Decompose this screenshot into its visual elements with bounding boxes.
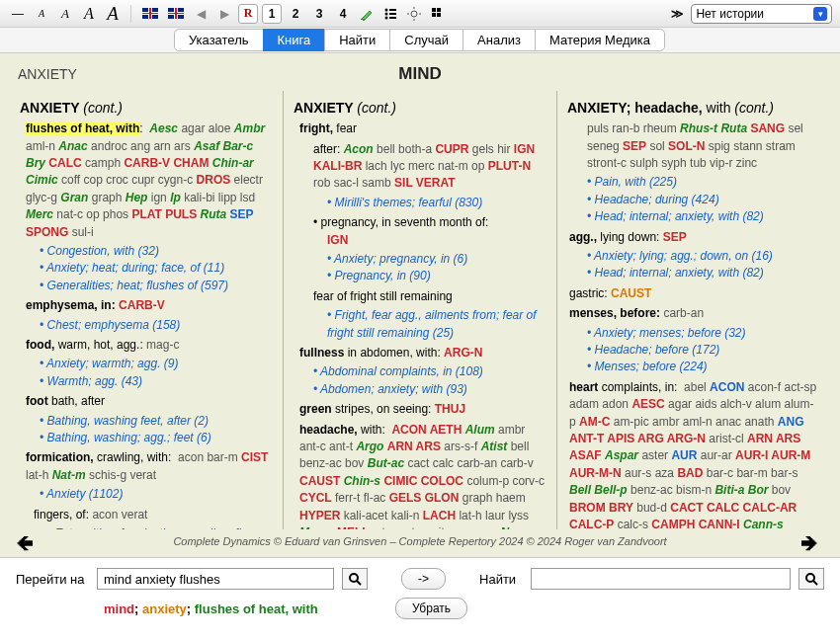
col2-head: ANXIETY (294, 100, 353, 116)
svg-rect-14 (432, 13, 436, 17)
r-button[interactable]: R (238, 4, 258, 24)
rubric-food[interactable]: food, (26, 338, 54, 352)
xref[interactable]: Menses; before (224) (587, 359, 820, 375)
xref[interactable]: Generalities; heat; flushes of (597) (40, 278, 273, 294)
xref[interactable]: Bathing, washing feet, after (2) (40, 413, 273, 430)
history-label: Нет истории (696, 7, 764, 21)
rubric-flushes[interactable]: flushes of heat, with (26, 121, 139, 135)
xref[interactable]: Mirilli's themes; fearful (830) (327, 195, 546, 211)
remedy: mag-c (146, 338, 179, 352)
tab-mm[interactable]: Материя Медика (535, 29, 665, 51)
font-size-lg[interactable]: A (103, 4, 123, 24)
grid-icon[interactable] (428, 4, 448, 24)
xref[interactable]: Headache; during (424) (587, 192, 820, 208)
tab-book[interactable]: Книга (263, 29, 326, 51)
rubric-fear-remaining[interactable]: fear of fright still remaining (313, 289, 453, 303)
flag-uk-1[interactable] (139, 4, 161, 24)
minus-icon[interactable]: — (8, 4, 28, 24)
remedy: CARB-V (119, 298, 165, 312)
level-4[interactable]: 4 (333, 4, 353, 24)
nav-prev-icon[interactable]: ◀ (191, 4, 210, 24)
svg-rect-15 (437, 13, 441, 17)
xref[interactable]: Warmth; agg. (43) (40, 373, 273, 390)
xref[interactable]: Pregnancy, in (90) (327, 268, 546, 284)
rubric-gastric[interactable]: gastric: (569, 286, 608, 300)
svg-point-1 (385, 8, 388, 11)
rubric-fullness[interactable]: fullness (299, 346, 344, 360)
col1-head: ANXIETY (20, 100, 79, 116)
xref[interactable]: Pain, with (225) (587, 174, 820, 191)
xref[interactable]: Anxiety; lying; agg.; down, on (16) (587, 248, 820, 265)
xref[interactable]: Anxiety; warmth; agg. (9) (40, 356, 273, 372)
col3-head: ANXIETY; headache, (567, 100, 703, 116)
xref[interactable]: Headache; before (172) (587, 342, 820, 359)
xref[interactable]: Anxiety; menses; before (32) (587, 325, 820, 342)
rubric-heart[interactable]: heart (569, 380, 598, 394)
rubric-formication[interactable]: formication, (26, 450, 94, 464)
rubric-green[interactable]: green (299, 402, 332, 416)
xref[interactable]: Anxiety; pregnancy, in (6) (327, 251, 546, 268)
rubric-agg-lying[interactable]: agg., (569, 230, 597, 244)
svg-rect-4 (389, 13, 396, 15)
page-next-icon[interactable]: 🡺 (800, 533, 824, 549)
bottom-panel: Перейти на -> Найти mind; anxiety; flush… (0, 557, 840, 641)
goto-search-button[interactable] (342, 568, 368, 590)
svg-point-16 (350, 574, 358, 582)
highlighter-icon[interactable] (357, 4, 377, 24)
bulb-icon[interactable] (404, 4, 424, 24)
rubric-menses[interactable]: menses, before: (569, 306, 660, 320)
rubric-pregnancy7[interactable]: pregnancy, in seventh month of: (321, 215, 489, 229)
list-icon[interactable] (380, 4, 400, 24)
font-size-md[interactable]: A (79, 4, 99, 24)
level-3[interactable]: 3 (309, 4, 329, 24)
arrow-button[interactable]: -> (401, 568, 446, 590)
page-title: MIND (398, 64, 441, 84)
find-search-button[interactable] (798, 568, 824, 590)
page-prev-icon[interactable]: 🡸 (16, 533, 40, 549)
rubric-foot[interactable]: foot (26, 394, 48, 408)
xref[interactable]: Abdominal complaints, in (108) (313, 363, 546, 380)
svg-rect-2 (389, 9, 396, 11)
xref[interactable]: Abdomen; anxiety; with (93) (313, 381, 546, 398)
font-size-sm[interactable]: A (55, 4, 75, 24)
xref[interactable]: Chest; emphysema (158) (40, 317, 273, 334)
tab-find[interactable]: Найти (324, 29, 390, 51)
remedies: Acon bell both-a CUPR gels hir IGN KALI-… (313, 142, 535, 191)
history-select[interactable]: Нет истории ▾ (691, 4, 832, 24)
flag-uk-2[interactable] (165, 4, 187, 24)
xref[interactable]: Congestion, with (32) (40, 243, 273, 260)
rubric-after[interactable]: after: (313, 142, 340, 156)
goto-input[interactable] (97, 568, 334, 590)
tab-case[interactable]: Случай (389, 29, 463, 51)
svg-line-17 (357, 581, 361, 585)
copyright: Complete Dynamics © Eduard van Grinsven … (173, 535, 666, 547)
rubric-headache[interactable]: headache, (299, 423, 358, 437)
svg-rect-6 (389, 17, 396, 19)
tab-analysis[interactable]: Анализ (462, 29, 536, 51)
xref[interactable]: Fright, fear agg., ailments from; fear o… (327, 307, 546, 342)
xref[interactable]: Bathing, washing; agg.; feet (6) (40, 430, 273, 446)
find-input[interactable] (531, 568, 791, 590)
tab-index[interactable]: Указатель (174, 29, 264, 51)
svg-line-19 (813, 581, 817, 585)
clear-button[interactable]: Убрать (395, 598, 467, 619)
nav-next-icon[interactable]: ▶ (214, 4, 234, 24)
font-size-xs[interactable]: A (32, 4, 51, 24)
fast-forward-icon[interactable]: ≫ (667, 4, 687, 24)
remedy: acon verat (92, 508, 147, 521)
level-1[interactable]: 1 (262, 4, 282, 24)
level-2[interactable]: 2 (286, 4, 305, 24)
find-label: Найти (479, 572, 523, 587)
xref[interactable]: Head; internal; anxiety, with (82) (587, 265, 820, 281)
cont-marker: (cont.) (357, 100, 396, 116)
path-display: mind; anxiety; flushes of heat, with (97, 599, 358, 619)
rubric-emphysema[interactable]: emphysema, in: (26, 298, 116, 312)
xref[interactable]: Anxiety; heat; during; face, of (11) (40, 260, 273, 277)
rubric-fright[interactable]: fright, (299, 121, 333, 135)
breadcrumb: ANXIETY (18, 66, 77, 82)
remedies: ACON AETH Alum ambr ant-c ant-t Argo ARN… (299, 423, 545, 529)
rubric-fingers[interactable]: fingers, of: (34, 508, 89, 521)
xref[interactable]: Anxiety (1102) (40, 486, 273, 503)
column-1: ANXIETY (cont.) flushes of heat, with: A… (10, 91, 283, 529)
xref[interactable]: Head; internal; anxiety, with (82) (587, 208, 820, 225)
